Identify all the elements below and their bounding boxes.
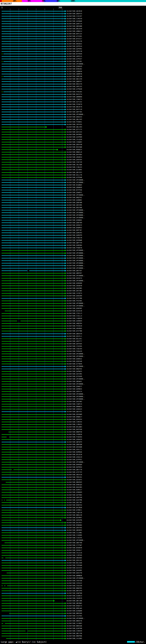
- alignment-bar-segment[interactable]: [1, 18, 65, 19]
- hit-label[interactable]: UniRef100_Q36B85: [67, 219, 82, 221]
- alignment-bar-segment[interactable]: [1, 412, 65, 412]
- hit-label[interactable]: UniRef100_UPI0000..: [67, 262, 85, 264]
- alignment-bar-segment[interactable]: [6, 500, 65, 500]
- alignment-bar-segment[interactable]: [1, 371, 65, 372]
- alignment-bar-segment[interactable]: [1, 263, 65, 264]
- alignment-bar-segment[interactable]: [1, 61, 3, 62]
- hit-label[interactable]: UniRef100_Q4EE84: [67, 159, 82, 160]
- alignment-bar-segment[interactable]: [1, 97, 65, 97]
- alignment-bar-segment[interactable]: [1, 290, 65, 291]
- alignment-bar-segment[interactable]: [1, 318, 65, 319]
- hit-label[interactable]: UniRef100_Q8L493: [67, 126, 82, 128]
- alignment-bar-segment[interactable]: [1, 344, 65, 344]
- hit-label[interactable]: UniRef100_B2L5G6: [67, 562, 82, 564]
- alignment-bar-segment[interactable]: [1, 580, 65, 581]
- hit-label[interactable]: UniRef100_Q6C106: [67, 600, 82, 602]
- hit-label[interactable]: UniRef100_A7S2Q1: [67, 36, 82, 37]
- hit-label[interactable]: UniRef100_B0JK79: [67, 106, 82, 108]
- hit-label[interactable]: UniRef100_B6WW24: [67, 406, 82, 408]
- alignment-bar-segment[interactable]: [1, 616, 65, 616]
- hit-label[interactable]: UniRef100_Q30HK9: [67, 492, 82, 493]
- alignment-bar-segment[interactable]: [7, 573, 65, 573]
- hit-label[interactable]: UniRef100_Q9C7M7: [67, 502, 82, 504]
- hit-label[interactable]: UniRef100_B4M9G6: [67, 451, 82, 453]
- hit-label[interactable]: UniRef100_B9P57B: [67, 50, 82, 52]
- hit-label[interactable]: UniRef100_B4FYL0: [67, 108, 82, 110]
- hit-label[interactable]: UniRef100_C5K749: [67, 161, 82, 163]
- hit-label[interactable]: UniRef100_Q6EE59: [67, 333, 82, 335]
- alignment-bar-segment[interactable]: [1, 41, 65, 42]
- hit-label[interactable]: UniRef100_A1C534: [67, 567, 82, 569]
- alignment-bar-segment[interactable]: [1, 512, 65, 513]
- hit-label[interactable]: UniRef100_P42385: [67, 300, 82, 302]
- alignment-bar-segment[interactable]: [29, 270, 65, 271]
- hit-label[interactable]: UniRef100_UPI0000..: [67, 356, 85, 357]
- hit-label[interactable]: UniRef100_A5E171: [67, 449, 82, 450]
- hit-label[interactable]: UniRef100_C1GEN5: [67, 534, 82, 536]
- alignment-bar-segment[interactable]: [1, 119, 65, 120]
- alignment-bar-segment[interactable]: [1, 464, 65, 465]
- hit-label[interactable]: UniRef100_Q5E1H1: [67, 560, 82, 561]
- alignment-bar-segment[interactable]: [1, 598, 65, 598]
- alignment-bar-segment[interactable]: [1, 356, 65, 356]
- hit-label[interactable]: UniRef100_B6QTH1: [67, 197, 82, 198]
- hit-label[interactable]: UniRef100_Q59DW0: [67, 240, 82, 241]
- alignment-bar-segment[interactable]: [1, 132, 65, 132]
- hit-label[interactable]: UniRef100_Q5ZIL1: [67, 335, 82, 337]
- alignment-bar-segment[interactable]: [1, 162, 65, 162]
- hit-label[interactable]: UniRef100_P25679: [67, 104, 82, 105]
- alignment-bar-segment[interactable]: [4, 542, 65, 543]
- hit-label[interactable]: UniRef100_B2L4E1: [67, 338, 82, 340]
- hit-label[interactable]: UniRef100_B7G1Y6: [67, 40, 82, 42]
- alignment-bar-segment[interactable]: [1, 621, 65, 621]
- hit-label[interactable]: UniRef100_Q7T175: [67, 128, 82, 130]
- hit-label[interactable]: UniRef100_B7FPE0: [67, 189, 82, 191]
- alignment-bar-segment[interactable]: [1, 384, 65, 384]
- hit-label[interactable]: UniRef100_C1BLE5: [67, 166, 82, 168]
- alignment-bar-segment[interactable]: [1, 218, 65, 218]
- alignment-bar-segment[interactable]: [1, 417, 65, 417]
- hit-label[interactable]: UniRef100_A7PS57: [67, 58, 82, 60]
- alignment-bar-segment[interactable]: [1, 260, 65, 261]
- alignment-bar-segment[interactable]: [1, 59, 65, 59]
- hit-label[interactable]: UniRef100_B4JPG7: [67, 522, 82, 524]
- alignment-bar-segment[interactable]: [1, 603, 65, 604]
- alignment-bar-segment[interactable]: [1, 341, 65, 342]
- alignment-bar-segment[interactable]: [1, 36, 65, 36]
- alignment-bar-segment[interactable]: [1, 532, 65, 533]
- alignment-bar-segment[interactable]: [1, 94, 65, 94]
- hit-label[interactable]: UniRef100_A9P1P6: [67, 497, 82, 498]
- hit-label[interactable]: UniRef100_Q6GW41: [67, 380, 82, 382]
- alignment-bar-segment[interactable]: [1, 447, 65, 447]
- alignment-bar-segment[interactable]: [1, 222, 65, 223]
- alignment-bar-segment[interactable]: [1, 28, 65, 29]
- hit-label[interactable]: UniRef100_C4L2L6: [67, 552, 82, 554]
- alignment-bar-segment[interactable]: [1, 538, 65, 538]
- hit-label[interactable]: UniRef100_A9RN38: [67, 70, 82, 72]
- alignment-bar-segment[interactable]: [1, 444, 65, 445]
- alignment-bar-segment[interactable]: [1, 142, 65, 142]
- hit-label[interactable]: UniRef100_UPI0000..: [67, 217, 85, 219]
- alignment-bar-segment[interactable]: [1, 480, 65, 480]
- hit-label[interactable]: UniRef100_Q4FXU5: [67, 343, 82, 345]
- hit-label[interactable]: UniRef100_A6GEW2: [67, 557, 82, 559]
- hit-label[interactable]: UniRef100_UPI0000..: [67, 114, 85, 115]
- alignment-bar-segment[interactable]: [1, 144, 65, 145]
- alignment-bar-segment[interactable]: [1, 528, 65, 528]
- alignment-bar-segment[interactable]: [8, 432, 65, 432]
- alignment-bar-segment[interactable]: [1, 278, 65, 278]
- alignment-bar-segment[interactable]: [1, 220, 65, 220]
- hit-label[interactable]: UniRef100_A7P5H8: [67, 176, 82, 178]
- alignment-bar-segment[interactable]: [5, 623, 65, 624]
- alignment-bar-segment[interactable]: [1, 16, 65, 16]
- alignment-bar-segment[interactable]: [1, 570, 65, 571]
- hit-label[interactable]: UniRef100_C4QY16: [67, 512, 82, 514]
- alignment-bar-segment[interactable]: [1, 24, 65, 24]
- hit-label[interactable]: UniRef100_A4S8A6: [67, 20, 82, 22]
- alignment-bar-segment[interactable]: [1, 26, 65, 26]
- alignment-bar-segment[interactable]: [20, 321, 65, 321]
- alignment-bar-segment[interactable]: [5, 558, 65, 558]
- alignment-bar-segment[interactable]: [1, 205, 65, 206]
- hit-label[interactable]: UniRef100_A2XPW9: [67, 136, 82, 138]
- hit-label[interactable]: UniRef100_UPI0000..: [67, 618, 85, 619]
